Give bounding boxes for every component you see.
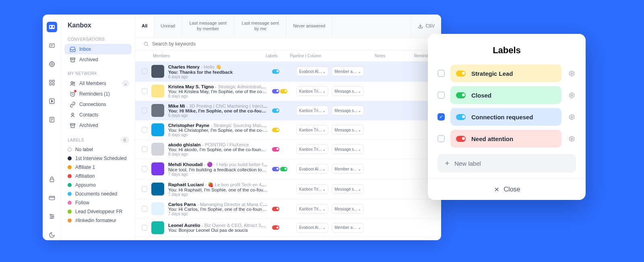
labels-add-icon[interactable]: ⊕ xyxy=(121,137,128,143)
member-title: - Strategic Sourcing Manager xyxy=(209,123,268,128)
row-checkbox[interactable] xyxy=(142,146,147,152)
message-row[interactable]: Charles Henry - Hello 👋You: Thanks for t… xyxy=(135,62,441,82)
pipeline-select[interactable]: Kanbox Tri...⌄ xyxy=(296,86,328,96)
logo-icon[interactable] xyxy=(47,22,57,32)
column-select[interactable]: Message s...⌄ xyxy=(332,106,364,115)
pipeline-select[interactable]: Kanbox Tri...⌄ xyxy=(296,125,328,135)
gear-icon[interactable] xyxy=(567,112,576,121)
label-item-3[interactable]: Affiliation xyxy=(61,172,135,181)
nav-conv-1[interactable]: Archived xyxy=(64,54,132,65)
nav-net-2[interactable]: Connections xyxy=(64,99,132,110)
nav-net-4[interactable]: Archived xyxy=(64,120,132,131)
label-checkbox[interactable] xyxy=(438,70,445,77)
message-time: 7 days ago xyxy=(168,172,268,177)
pipeline-select[interactable]: Evaboot Alt...⌄ xyxy=(296,223,328,233)
nav-conv-0[interactable]: Inbox xyxy=(64,44,132,54)
column-select[interactable]: Message s...⌄ xyxy=(332,144,364,154)
column-select[interactable]: Member an...⌄ xyxy=(332,223,364,233)
label-dot xyxy=(68,201,72,205)
tab-2[interactable]: Last message sent by member xyxy=(182,15,234,37)
tab-4[interactable]: Never answered xyxy=(286,15,332,37)
card-icon[interactable] xyxy=(47,193,57,203)
label-chip[interactable]: Connection requesed xyxy=(450,108,561,126)
column-select[interactable]: Member an...⌄ xyxy=(332,67,364,76)
row-checkbox[interactable] xyxy=(142,108,147,113)
column-select[interactable]: Member an...⌄ xyxy=(332,164,364,174)
nav-net-3[interactable]: Contacts xyxy=(64,110,132,120)
new-label-button[interactable]: New label xyxy=(438,154,576,173)
pipeline-select[interactable]: Kanbox Tri...⌄ xyxy=(296,184,328,194)
gear-icon[interactable] xyxy=(567,91,576,100)
chevron-down-icon: ⌄ xyxy=(322,108,326,113)
label-item-4[interactable]: Appsumo xyxy=(61,181,135,189)
message-list: Charles Henry - Hello 👋You: Thanks for t… xyxy=(135,62,441,240)
gear-icon[interactable] xyxy=(567,134,576,143)
label-checkbox[interactable] xyxy=(438,135,445,142)
moon-icon[interactable] xyxy=(47,230,57,240)
message-icon[interactable] xyxy=(47,40,57,51)
pipeline-select[interactable]: Kanbox Tri...⌄ xyxy=(296,144,328,154)
row-checkbox[interactable] xyxy=(142,88,147,94)
label-item-5[interactable]: Documents needed xyxy=(61,189,135,198)
nav-net-0[interactable]: All Members⌄ xyxy=(64,78,132,89)
row-checkbox[interactable] xyxy=(142,69,147,74)
label-item-7[interactable]: Lead Développeur FR xyxy=(61,207,135,216)
pipeline-select[interactable]: Evaboot Alt...⌄ xyxy=(296,67,328,76)
pipeline-select[interactable]: Kanbox Tri...⌄ xyxy=(296,106,328,115)
pipeline-select[interactable]: Evaboot Alt...⌄ xyxy=(296,164,328,174)
tab-1[interactable]: Unread xyxy=(154,15,182,37)
message-preview: You: Bonjour Leonel Oui pas de soucis xyxy=(168,228,268,233)
column-select[interactable]: Message s...⌄ xyxy=(332,125,364,135)
svg-point-41 xyxy=(571,116,572,118)
lock-icon[interactable] xyxy=(47,174,57,185)
row-checkbox[interactable] xyxy=(142,127,147,133)
row-checkbox[interactable] xyxy=(142,206,147,212)
chevron-down-icon[interactable]: ⌄ xyxy=(122,80,129,87)
column-select[interactable]: Message s...⌄ xyxy=(332,184,364,194)
grid-icon[interactable] xyxy=(47,77,57,88)
label-chip[interactable]: Strategic Lead xyxy=(450,64,561,82)
pipeline-select[interactable]: Kanbox Tri...⌄ xyxy=(296,204,328,214)
tab-0[interactable]: All xyxy=(135,15,154,37)
label-item-6[interactable]: Follow xyxy=(61,198,135,207)
sliders-icon[interactable] xyxy=(47,211,57,222)
row-checkbox[interactable] xyxy=(142,166,147,172)
close-button[interactable]: Close xyxy=(428,178,586,200)
label-item-8[interactable]: #linkedin formateur xyxy=(61,216,135,225)
label-pill xyxy=(272,147,279,152)
label-text: Documents needed xyxy=(75,191,117,197)
column-select[interactable]: Message s...⌄ xyxy=(332,86,364,96)
nav-net-1[interactable]: Reminders (1) xyxy=(64,89,132,99)
row-checkbox[interactable] xyxy=(142,186,147,192)
row-checkbox[interactable] xyxy=(142,225,147,231)
message-row[interactable]: akodo ghislain - POINTRD / FluXenceYou: … xyxy=(135,140,441,159)
search-input[interactable] xyxy=(152,41,433,47)
label-dot xyxy=(68,165,72,169)
label-checkbox[interactable] xyxy=(438,91,445,99)
label-item-1[interactable]: 1st Interview Scheduled xyxy=(61,154,135,163)
column-select[interactable]: Message s...⌄ xyxy=(332,204,364,214)
message-row[interactable]: Christopher Payne - Strategic Sourcing M… xyxy=(135,121,441,140)
svg-point-40 xyxy=(571,94,572,96)
file-icon[interactable] xyxy=(47,114,57,125)
message-preview: You: Hi akodo, I'm Sophie, one of the co… xyxy=(168,147,268,152)
gear-icon[interactable] xyxy=(567,69,576,78)
label-item-0[interactable]: No label xyxy=(61,145,135,154)
label-item-2[interactable]: Affiliate 1 xyxy=(61,163,135,172)
message-row[interactable]: Kristea May S. Tigno - Strategic Adminis… xyxy=(135,82,441,101)
message-row[interactable]: Carlos Parra - Mananging Director at Man… xyxy=(135,200,441,219)
play-icon[interactable] xyxy=(47,96,57,106)
label-pill xyxy=(456,114,466,120)
message-row[interactable]: Mike Mi - 3D Printing | CNC Machining | … xyxy=(135,101,441,121)
label-chip[interactable]: Closed xyxy=(450,86,561,104)
label-chip[interactable]: Need attention xyxy=(450,130,561,148)
label-text: #linkedin formateur xyxy=(75,218,116,223)
svg-point-27 xyxy=(51,218,52,219)
message-row[interactable]: Raphaël Luciani - 🍓 Le bon profil Tech e… xyxy=(135,179,441,200)
target-icon[interactable] xyxy=(47,59,57,69)
message-row[interactable]: Leonel Aurelio - Biz Owner & CEO, Attrac… xyxy=(135,219,441,237)
tab-3[interactable]: Last message sent by me xyxy=(234,15,286,37)
nav-label: Contacts xyxy=(79,112,98,118)
message-row[interactable]: Mehdi Khoudali - 🟣 · I help you build be… xyxy=(135,159,441,179)
label-checkbox[interactable]: ✓ xyxy=(438,113,445,121)
